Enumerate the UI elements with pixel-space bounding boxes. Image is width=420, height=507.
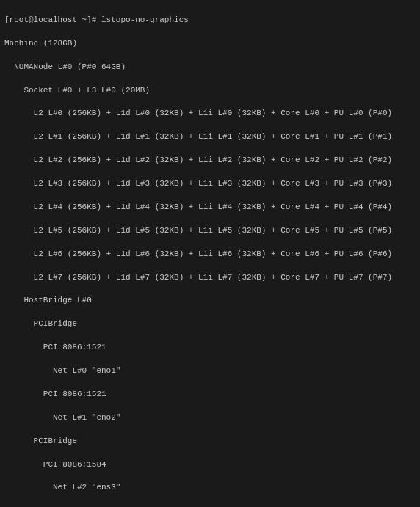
terminal-line: L2 L#3 (256KB) + L1d L#3 (32KB) + L1i L#… [4,178,416,190]
terminal-line: NUMANode L#0 (P#0 64GB) [4,62,416,73]
terminal-line: L2 L#4 (256KB) + L1d L#4 (32KB) + L1i L#… [4,202,416,214]
terminal-line: PCIBridge [4,318,416,330]
terminal-line: Socket L#0 + L3 L#0 (20MB) [4,85,416,97]
terminal-line: Net L#1 "eno2" [4,412,416,424]
terminal-line: L2 L#1 (256KB) + L1d L#1 (32KB) + L1i L#… [4,131,416,143]
terminal-line: HostBridge L#0 [4,295,416,307]
terminal-line: [root@localhost ~]# lstopo-no-graphics [4,15,416,26]
terminal-line: PCI 8086:1521 [4,342,416,354]
terminal-line: L2 L#6 (256KB) + L1d L#6 (32KB) + L1i L#… [4,249,416,260]
terminal-line: L2 L#2 (256KB) + L1d L#2 (32KB) + L1i L#… [4,155,416,167]
terminal-line: L2 L#5 (256KB) + L1d L#5 (32KB) + L1i L#… [4,225,416,237]
terminal-line: L2 L#7 (256KB) + L1d L#7 (32KB) + L1i L#… [4,272,416,284]
terminal-line: L2 L#0 (256KB) + L1d L#0 (32KB) + L1i L#… [4,108,416,120]
terminal-line: Net L#2 "ens3" [4,482,416,494]
terminal-window: [root@localhost ~]# lstopo-no-graphics M… [0,0,420,507]
terminal-line: PCI 8086:1521 [4,389,416,401]
terminal-line: PCIBridge [4,436,416,448]
terminal-line: Net L#0 "eno1" [4,365,416,377]
terminal-line: PCI 8086:1584 [4,459,416,471]
terminal-line: Machine (128GB) [4,38,416,50]
